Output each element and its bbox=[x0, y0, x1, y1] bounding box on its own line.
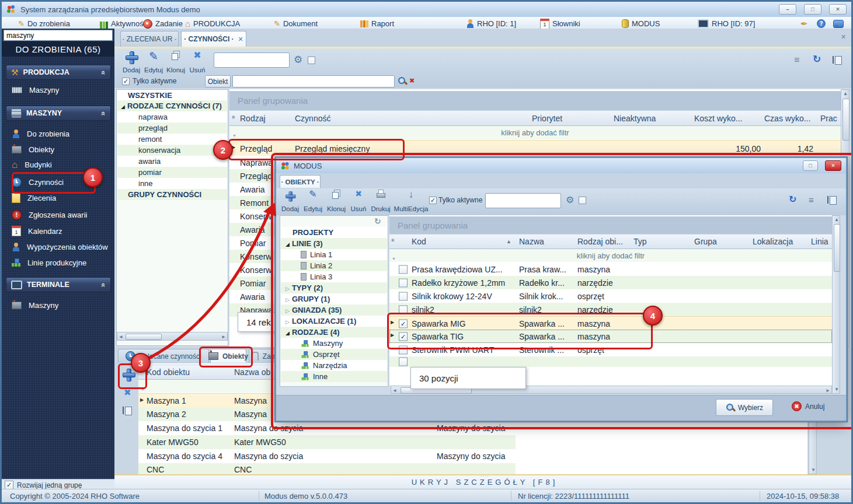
database-icon bbox=[622, 19, 629, 28]
chat-icon bbox=[833, 20, 844, 28]
clone-icon bbox=[171, 51, 180, 60]
annotation-badge-2: 2 bbox=[213, 140, 233, 160]
search-option-checkbox[interactable] bbox=[308, 57, 315, 64]
tree-hscrollbar[interactable]: ◄ ► bbox=[117, 332, 228, 341]
bottom-row[interactable]: CNCCNC bbox=[138, 463, 516, 474]
machine2-icon bbox=[12, 302, 22, 309]
tree-item-inne[interactable]: inne bbox=[117, 178, 227, 189]
tabs-close-icon[interactable]: ✕ bbox=[841, 33, 846, 41]
maximize-button[interactable]: □ bbox=[804, 4, 821, 15]
delete-button[interactable]: ✖Usuń bbox=[184, 51, 210, 74]
sidebar-group-maszyny[interactable]: MASZYNY« bbox=[6, 106, 111, 121]
sidebar-item-maszyny-produkcja[interactable]: Maszyny bbox=[2, 82, 114, 97]
tree-item-awaria[interactable]: awaria bbox=[117, 156, 227, 167]
menu-item-raport[interactable]: Raport bbox=[360, 19, 394, 29]
status-version: Modus demo v.5.0.0.473 bbox=[264, 492, 347, 501]
sidebar-item-linie-produkcyjne[interactable]: Linie produkcyjne bbox=[2, 255, 114, 270]
status-license: Nr licencji: 2223/111111111111111 bbox=[518, 492, 629, 501]
menu-chat-button[interactable] bbox=[833, 19, 844, 29]
scroll-right-icon[interactable]: ► bbox=[221, 334, 226, 340]
bottom-delete-icon[interactable]: ✖ bbox=[124, 388, 131, 397]
title-bar: System zarządzania przedsiębiorstwem Mod… bbox=[2, 2, 851, 17]
tree-item-remont[interactable]: remont bbox=[117, 134, 227, 145]
sidebar-item-maszyny-terminale[interactable]: Maszyny bbox=[2, 298, 114, 313]
window-title: System zarządzania przedsiębiorstwem Mod… bbox=[20, 5, 200, 14]
expand-icon[interactable] bbox=[121, 102, 125, 110]
sidebar-item-wypozyczenia[interactable]: Wypożyczenia obiektów bbox=[2, 239, 114, 254]
object-filter-input[interactable] bbox=[232, 75, 395, 88]
gear-icon[interactable]: ⚙ bbox=[294, 55, 302, 65]
menu-item-dokument[interactable]: ✎Dokument bbox=[274, 19, 318, 29]
annotation-box-modal bbox=[271, 153, 853, 429]
status-bar: Copyright © 2005-2024 RHO Software Modus… bbox=[2, 489, 851, 502]
filter-row[interactable]: kliknij aby dodać filtr bbox=[229, 126, 841, 139]
row-indicator-icon bbox=[140, 394, 144, 403]
tab-zlecenia-ur[interactable]: · ZLECENIA UR · bbox=[120, 31, 179, 47]
tree-item-wszystkie[interactable]: WSZYSTKIE bbox=[117, 90, 227, 100]
tree-item-przeglad[interactable]: przegląd bbox=[117, 123, 227, 134]
scroll-left-icon[interactable]: ◄ bbox=[119, 334, 123, 340]
tree-item-rodzaje[interactable]: RODZAJE CZYNNOŚCI (7) bbox=[117, 100, 227, 111]
sidebar-item-do-zrobienia[interactable]: Do zrobienia bbox=[2, 126, 114, 141]
group-panel[interactable]: Panel grupowania bbox=[229, 91, 841, 110]
expand-one-group-checkbox[interactable] bbox=[5, 481, 13, 489]
menu-help-button[interactable]: ? bbox=[817, 19, 826, 29]
activity-icon bbox=[100, 22, 108, 29]
menu-ink-button[interactable]: ✒ bbox=[800, 19, 808, 29]
tree-item-grupy[interactable]: GRUPY CZYNNOŚCI bbox=[117, 189, 227, 200]
menu-item-modus[interactable]: MODUS bbox=[622, 19, 660, 29]
factory-icon bbox=[12, 146, 22, 153]
machine-icon bbox=[12, 87, 22, 93]
plus-icon bbox=[125, 51, 138, 64]
col-nazwa-obiektu: Nazwa ob bbox=[234, 368, 270, 377]
menu-item-rho-97[interactable]: RHO [ID: 97] bbox=[698, 19, 755, 29]
tree-item-naprawa[interactable]: naprawa bbox=[117, 111, 227, 123]
refresh-icon[interactable]: ↻ bbox=[813, 54, 821, 64]
only-active-checkbox[interactable] bbox=[122, 78, 130, 85]
list-view-icon[interactable]: ≡ bbox=[794, 55, 799, 65]
col-nieaktywna: Nieaktywna bbox=[614, 114, 656, 123]
scroll-up-icon[interactable]: ▲ bbox=[843, 91, 848, 96]
minimize-button[interactable]: – bbox=[779, 4, 796, 15]
sidebar-item-kalendarz[interactable]: 1Kalendarz bbox=[2, 223, 114, 239]
chevron-up-icon: « bbox=[99, 282, 108, 286]
menu-item-aktywnosc[interactable]: Aktywność bbox=[100, 19, 147, 29]
funnel-icon bbox=[232, 130, 236, 139]
menu-item-produkcja[interactable]: ⌂PRODUKCJA bbox=[185, 19, 240, 29]
menu-item-zadanie[interactable]: Zadanie bbox=[143, 19, 183, 29]
sidebar-group-produkcja[interactable]: ⚒ PRODUKCJA« bbox=[6, 65, 111, 80]
dictionary-icon: 1 bbox=[540, 19, 549, 29]
tab-close-icon[interactable]: ✕ bbox=[238, 36, 243, 43]
tree-item-konserwacja[interactable]: konserwacja bbox=[117, 145, 227, 156]
sidebar-item-zgloszenia-awarii[interactable]: !Zgłoszenia awarii bbox=[2, 207, 114, 222]
sidebar-search-input[interactable] bbox=[4, 30, 113, 41]
quick-search-input[interactable] bbox=[214, 52, 290, 68]
annotation-box-obiekty-tab bbox=[199, 346, 253, 368]
chevron-up-icon: « bbox=[99, 111, 108, 115]
calendar-icon: 1 bbox=[12, 226, 21, 236]
close-button[interactable]: ✕ bbox=[829, 4, 847, 15]
bottom-row[interactable]: Kater MWG50Kater MWG50 bbox=[138, 435, 516, 449]
task-icon bbox=[143, 19, 152, 29]
splitter-dots[interactable]: ···· bbox=[481, 474, 489, 479]
annotation-box-2 bbox=[228, 139, 405, 160]
sidebar-item-obiekty[interactable]: Obiekty bbox=[2, 142, 114, 157]
object-filter-button[interactable]: Obiekt bbox=[205, 75, 231, 88]
grid-header[interactable]: * Rodzaj Czynność Priorytet Nieaktywna K… bbox=[229, 110, 841, 126]
menu-item-rho-1[interactable]: RHO [ID: 1] bbox=[466, 19, 516, 29]
menu-item-do-zrobienia[interactable]: ✎Do zrobienia bbox=[18, 19, 70, 29]
blocks-icon bbox=[12, 258, 20, 267]
tree-item-pomiar[interactable]: pomiar bbox=[117, 167, 227, 178]
clear-icon[interactable]: ✖ bbox=[409, 78, 415, 84]
bottom-row[interactable]: Maszyna do szycia 4Maszyna do szyciaMasz… bbox=[138, 449, 516, 463]
scroll-down-icon[interactable]: ▼ bbox=[811, 467, 816, 473]
col-priorytet: Priorytet bbox=[532, 114, 562, 123]
sidebar-group-terminale[interactable]: TERMINALE« bbox=[6, 277, 111, 292]
tab-czynnosci[interactable]: · CZYNNOŚCI ·✕ bbox=[181, 31, 246, 47]
alarm-icon: ! bbox=[12, 210, 22, 220]
menu-item-slowniki[interactable]: 1Słowniki bbox=[540, 19, 580, 29]
col-prac: Prac bbox=[820, 114, 837, 123]
expand-one-group-label: Rozwijaj jedną grupę bbox=[17, 481, 82, 489]
pencil-icon: ✎ bbox=[149, 51, 158, 62]
annotation-badge-4: 4 bbox=[643, 306, 663, 326]
